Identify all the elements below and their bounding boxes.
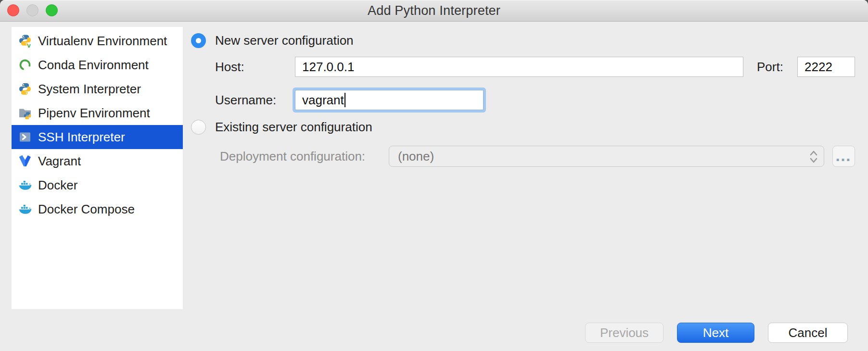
vagrant-icon [18, 154, 32, 168]
new-server-radio-label[interactable]: New server configuration [215, 33, 354, 48]
sidebar-item-label: Virtualenv Environment [38, 34, 167, 49]
existing-server-radio-label[interactable]: Existing server configuration [215, 120, 372, 135]
titlebar: Add Python Interpreter [0, 0, 868, 22]
sidebar-item-ssh[interactable]: SSH Interpreter [12, 125, 183, 149]
next-button[interactable]: Next [677, 323, 754, 343]
cancel-button[interactable]: Cancel [768, 323, 848, 343]
deployment-config-value: (none) [398, 149, 434, 164]
interpreter-type-list: v Virtualenv Environment Conda Environme… [12, 27, 183, 309]
port-value: 2222 [804, 60, 832, 75]
sidebar-item-label: Conda Environment [38, 58, 149, 73]
sidebar-item-system[interactable]: System Interpreter [12, 77, 183, 101]
sidebar-item-label: SSH Interpreter [38, 130, 125, 145]
text-caret [345, 93, 345, 107]
sidebar-item-label: System Interpreter [38, 82, 141, 97]
zoom-icon[interactable] [46, 4, 58, 16]
username-value: vagrant [302, 93, 344, 108]
minimize-icon [26, 4, 38, 16]
sidebar-item-docker[interactable]: Docker [12, 173, 183, 197]
chevron-up-down-icon [809, 150, 818, 167]
username-input[interactable]: vagrant [295, 90, 484, 110]
username-label: Username: [215, 93, 276, 108]
deployment-config-dropdown[interactable]: (none) [389, 146, 824, 167]
pipenv-folder-icon [18, 106, 32, 120]
new-server-radio[interactable] [191, 33, 206, 48]
port-label: Port: [757, 60, 783, 75]
conda-icon [18, 58, 32, 72]
sidebar-item-label: Pipenv Environment [38, 106, 150, 121]
sidebar-item-conda[interactable]: Conda Environment [12, 53, 183, 77]
sidebar-item-docker-compose[interactable]: Docker Compose [12, 197, 183, 221]
previous-button: Previous [585, 323, 664, 343]
sidebar-item-vagrant[interactable]: Vagrant [12, 149, 183, 173]
ssh-terminal-icon [18, 130, 32, 144]
host-input[interactable]: 127.0.0.1 [295, 57, 743, 77]
python-virtualenv-icon: v [18, 34, 32, 48]
docker-whale-icon [18, 178, 32, 192]
docker-compose-icon [18, 202, 32, 216]
port-input[interactable]: 2222 [797, 57, 855, 77]
dialog-title: Add Python Interpreter [0, 0, 868, 21]
sidebar-item-virtualenv[interactable]: v Virtualenv Environment [12, 29, 183, 53]
svg-text:v: v [27, 42, 31, 48]
python-icon [18, 82, 32, 96]
browse-deployment-button[interactable]: … [832, 146, 855, 167]
sidebar-item-label: Vagrant [38, 154, 81, 169]
host-label: Host: [215, 60, 244, 75]
host-value: 127.0.0.1 [302, 60, 354, 75]
add-interpreter-dialog: Add Python Interpreter v Virtualenv Envi… [0, 0, 868, 351]
sidebar-item-label: Docker Compose [38, 202, 135, 217]
sidebar-item-label: Docker [38, 178, 77, 193]
deployment-config-label: Deployment configuration: [220, 149, 365, 164]
existing-server-radio[interactable] [191, 120, 206, 135]
close-icon[interactable] [7, 4, 19, 16]
sidebar-item-pipenv[interactable]: Pipenv Environment [12, 101, 183, 125]
